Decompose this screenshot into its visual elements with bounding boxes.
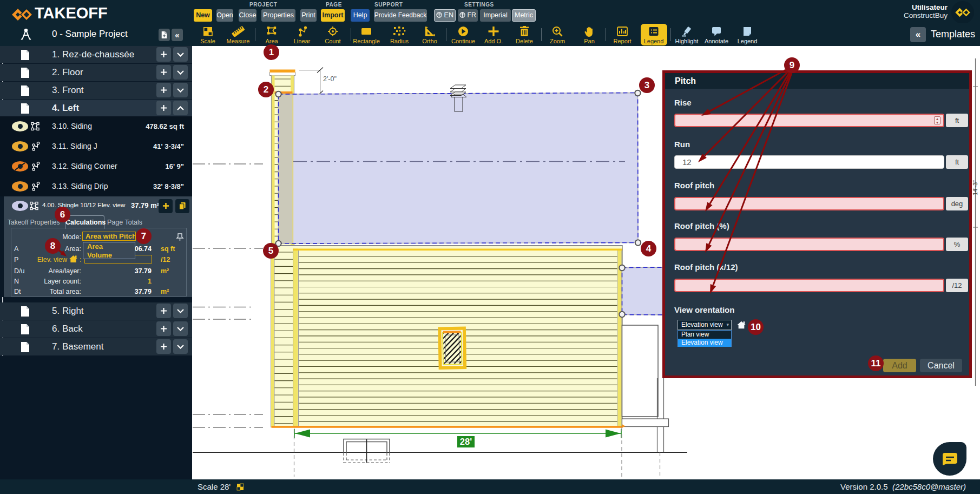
svg-text:14'-3": 14'-3" (972, 180, 978, 195)
svg-text:2'-0": 2'-0" (323, 75, 337, 83)
svg-text:28': 28' (460, 437, 472, 446)
